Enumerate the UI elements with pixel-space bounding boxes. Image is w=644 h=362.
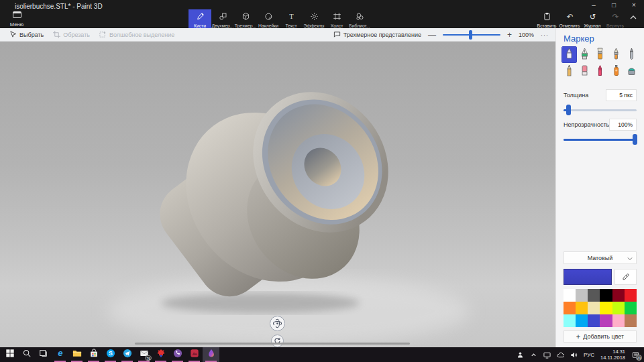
palette-swatch-2[interactable] (588, 289, 600, 302)
taskbar-store-icon[interactable] (85, 347, 102, 362)
brush-calligraphy-pen[interactable] (578, 47, 592, 62)
library-icon (356, 11, 364, 23)
taskbar-task-view-icon[interactable] (35, 347, 52, 362)
palette-swatch-15[interactable] (600, 314, 612, 327)
crop-tool[interactable]: Обрезать (53, 31, 90, 38)
red-app-glyph (190, 349, 199, 361)
taskbar-paint-3d-icon[interactable] (203, 347, 219, 362)
tray-people-icon[interactable] (515, 349, 526, 360)
brush-pixel-pen[interactable] (625, 47, 639, 62)
taskbar-skype-icon[interactable]: S (102, 347, 119, 362)
taskbar-telegram-icon[interactable] (119, 347, 136, 362)
brush-pencil[interactable] (562, 64, 576, 79)
orbit-icon (272, 318, 282, 328)
hidden-icons-chevron[interactable] (529, 349, 539, 360)
menu-button[interactable]: Меню (4, 9, 30, 27)
redo-button[interactable]: ↷Вернуть (604, 9, 627, 28)
tab-shapes-2d[interactable]: Двухмер... (211, 9, 234, 28)
action-center-button[interactable]: 21 (630, 349, 641, 360)
history-button[interactable]: ↺Журнал (581, 9, 604, 28)
eyedropper-button[interactable] (614, 269, 637, 285)
brush-oil-brush[interactable] (593, 47, 607, 62)
magic-select-tool[interactable]: Волшебное выделение (99, 31, 174, 38)
date: 14.11.2018 (600, 355, 625, 361)
taskbar-file-explorer-icon[interactable] (68, 347, 85, 362)
paste-button[interactable]: Вставить (535, 9, 558, 28)
brush-eraser[interactable] (578, 64, 592, 79)
add-color-button[interactable]: + Добавить цвет (564, 330, 637, 343)
display-tray-icon[interactable] (542, 349, 553, 360)
opacity-input[interactable]: 100% (609, 119, 637, 131)
more-options-button[interactable]: ··· (541, 32, 549, 38)
thickness-input[interactable]: 5 пкс (606, 89, 637, 101)
palette-swatch-1[interactable] (576, 289, 588, 302)
palette-swatch-0[interactable] (564, 289, 576, 302)
horizontal-scrollbar[interactable] (135, 343, 410, 345)
palette-swatch-6[interactable] (564, 302, 576, 314)
palette-swatch-11[interactable] (625, 302, 637, 314)
rotate-z-control[interactable] (271, 335, 284, 347)
zoom-slider[interactable] (443, 30, 500, 40)
brush-grid (562, 47, 639, 79)
palette-swatch-14[interactable] (588, 314, 600, 327)
viewport-canvas[interactable] (0, 42, 555, 347)
task-view-glyph (39, 349, 48, 361)
brush-marker[interactable] (562, 47, 576, 62)
opacity-slider[interactable] (564, 134, 637, 145)
tab-stickers[interactable]: Наклейки (257, 9, 280, 28)
palette-swatch-13[interactable] (576, 314, 588, 327)
clock[interactable]: 14:31 14.11.2018 (600, 349, 625, 361)
onedrive-cloud-icon[interactable] (555, 349, 566, 360)
zoom-slider-thumb[interactable] (469, 30, 472, 40)
spray-can-icon (611, 64, 621, 79)
select-tool[interactable]: Выбрать (9, 31, 44, 38)
brush-spray-can[interactable] (609, 64, 623, 79)
palette-swatch-7[interactable] (576, 302, 588, 314)
brush-watercolor[interactable] (609, 47, 623, 62)
tab-effects[interactable]: Эффекты (303, 9, 325, 28)
taskbar-dr-web-icon[interactable] (152, 347, 169, 362)
ribbon-tabs: КистиДвухмер...Трехмер...НаклейкиTТекстЭ… (189, 9, 371, 28)
palette-swatch-10[interactable] (612, 302, 625, 314)
palette-swatch-3[interactable] (600, 289, 612, 302)
opacity-slider-thumb[interactable] (633, 134, 637, 145)
language-indicator[interactable]: РУС (584, 352, 594, 358)
palette-swatch-17[interactable] (625, 314, 637, 327)
svg-text:↶: ↶ (566, 13, 573, 21)
zoom-out-button[interactable]: — (428, 30, 436, 40)
taskbar-mail-icon[interactable]: 76 (136, 347, 152, 362)
collapse-ribbon-chevron[interactable] (629, 12, 641, 24)
thickness-slider[interactable] (564, 105, 637, 115)
tab-label: Холст (325, 23, 348, 28)
volume-icon[interactable] (569, 349, 580, 360)
palette-swatch-12[interactable] (564, 314, 576, 327)
taskbar-edge-icon[interactable]: e (52, 347, 68, 362)
brush-fill[interactable] (625, 64, 639, 79)
palette-swatch-4[interactable] (612, 289, 625, 302)
palette-swatch-8[interactable] (588, 302, 600, 314)
tab-brushes[interactable]: Кисти (189, 9, 211, 28)
palette-swatch-9[interactable] (600, 302, 612, 314)
palette-swatch-16[interactable] (612, 314, 625, 327)
effects-icon (310, 11, 319, 23)
tab-shapes-3d[interactable]: Трехмер... (234, 9, 257, 28)
undo-button[interactable]: ↶Отменить (558, 9, 581, 28)
zoom-in-button[interactable]: + (507, 30, 512, 40)
rotate-3d-control[interactable] (270, 316, 285, 331)
time: 14:31 (600, 349, 625, 355)
view-3d-toggle[interactable]: Трехмерное представление (333, 31, 421, 38)
brush-crayon[interactable] (593, 64, 607, 79)
close-button[interactable]: × (624, 0, 644, 11)
finish-dropdown[interactable]: Матовый (564, 251, 637, 264)
tab-canvas[interactable]: Холст (325, 9, 348, 28)
taskbar-viber-icon[interactable] (169, 347, 186, 362)
tab-library[interactable]: Библиот... (348, 9, 371, 28)
current-color-swatch[interactable] (564, 269, 612, 285)
taskbar-search-icon[interactable] (18, 347, 35, 362)
action-label: Вернуть (604, 23, 627, 28)
tab-text[interactable]: TТекст (280, 9, 303, 28)
taskbar-red-app-icon[interactable] (186, 347, 203, 362)
taskbar-start-button[interactable] (1, 347, 18, 362)
palette-swatch-5[interactable] (625, 289, 637, 302)
thickness-slider-thumb[interactable] (566, 105, 571, 115)
